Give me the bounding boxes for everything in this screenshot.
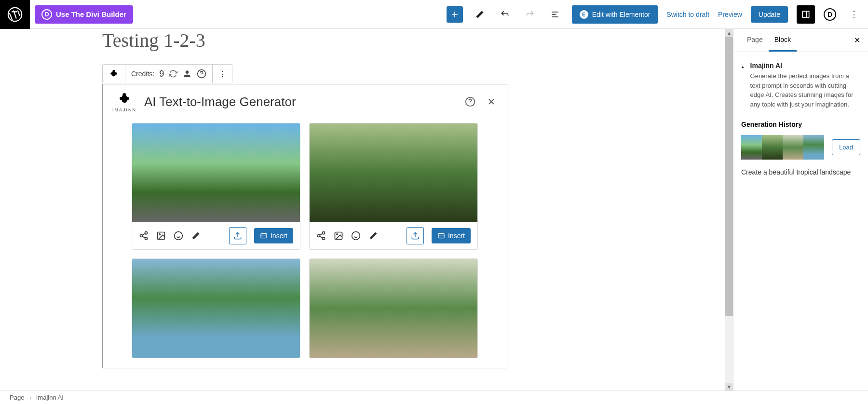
insert-button[interactable]: Insert (432, 228, 471, 243)
redo-button[interactable] (522, 6, 538, 23)
insert-label: Insert (448, 232, 465, 240)
svg-point-8 (159, 234, 161, 235)
history-row: Load (741, 135, 860, 160)
block-description: Generate the perfect images from a text … (750, 71, 860, 109)
result-image (310, 123, 477, 222)
svg-rect-10 (261, 233, 267, 238)
history-thumb[interactable] (803, 135, 824, 160)
credits-section: Credits: 9 (125, 65, 213, 83)
block-more-options[interactable]: ⋮ (213, 65, 232, 83)
divi-circle-button[interactable]: D (824, 8, 836, 21)
scrollbar[interactable]: ▲ ▼ (725, 29, 733, 391)
imajinn-brand-text: IMAJINN (112, 108, 136, 112)
breadcrumb-block[interactable]: Imajinn AI (36, 394, 64, 401)
scroll-thumb[interactable] (725, 37, 733, 316)
result-card (309, 258, 478, 358)
result-image (132, 123, 300, 222)
breadcrumb-page[interactable]: Page (10, 394, 24, 401)
undo-button[interactable] (497, 6, 513, 23)
insert-label: Insert (271, 232, 287, 240)
wordpress-logo[interactable] (0, 0, 30, 29)
document-outline-button[interactable] (547, 6, 563, 23)
generator-header: IMAJINN AI Text-to-Image Generator (103, 84, 507, 119)
result-actions: Insert (310, 222, 477, 249)
tab-page[interactable]: Page (741, 29, 769, 52)
svg-point-13 (323, 237, 325, 240)
history-title: Generation History (741, 121, 860, 128)
svg-point-15 (337, 234, 338, 235)
svg-point-5 (140, 235, 143, 237)
svg-rect-1 (802, 11, 809, 17)
preview-link[interactable]: Preview (718, 11, 742, 18)
svg-point-12 (318, 235, 320, 237)
history-thumb[interactable] (741, 135, 762, 160)
tab-block[interactable]: Block (769, 29, 797, 52)
upload-button[interactable] (229, 227, 246, 244)
sidebar-content: Imajinn AI Generate the perfect images f… (733, 52, 868, 186)
upload-button[interactable] (407, 227, 424, 244)
edit-icon[interactable] (368, 231, 378, 241)
divi-builder-button[interactable]: D Use The Divi Builder (35, 5, 133, 24)
result-image (310, 259, 477, 358)
imajinn-logo: IMAJINN (112, 91, 136, 112)
imajinn-block-icon[interactable] (103, 65, 125, 83)
history-thumb[interactable] (783, 135, 803, 160)
result-card: Insert (309, 123, 478, 250)
imajinn-icon (741, 62, 745, 73)
scroll-up-arrow[interactable]: ▲ (725, 29, 733, 37)
edit-icon[interactable] (191, 231, 201, 241)
credits-label: Credits: (131, 70, 154, 78)
credits-value: 9 (159, 69, 164, 79)
face-fix-icon[interactable] (351, 231, 361, 241)
variations-icon[interactable] (156, 231, 166, 241)
svg-point-6 (145, 237, 148, 240)
elementor-button-label: Edit with Elementor (592, 11, 651, 18)
add-block-button[interactable] (447, 6, 463, 23)
main-editor-area: Testing 1-2-3 Credits: 9 ⋮ IMAJINN AI Te… (0, 29, 733, 391)
svg-rect-17 (438, 233, 444, 238)
svg-point-9 (175, 232, 183, 240)
top-controls: E Edit with Elementor Switch to draft Pr… (447, 5, 863, 24)
load-button[interactable]: Load (832, 139, 860, 155)
generator-title: AI Text-to-Image Generator (144, 94, 457, 109)
variations-icon[interactable] (334, 231, 343, 241)
block-name: Imajinn AI (750, 62, 860, 69)
svg-point-4 (145, 232, 148, 234)
result-card (132, 258, 300, 358)
history-prompt: Create a beautiful tropical landscape (741, 168, 860, 176)
help-icon[interactable] (197, 69, 206, 79)
refresh-icon[interactable] (169, 69, 177, 78)
result-card: Insert (132, 123, 300, 250)
generator-block: IMAJINN AI Text-to-Image Generator (102, 84, 507, 368)
page-title[interactable]: Testing 1-2-3 (102, 29, 205, 52)
divi-icon: D (41, 9, 52, 20)
sidebar-tabs: Page Block ✕ (733, 29, 868, 52)
elementor-button[interactable]: E Edit with Elementor (572, 5, 658, 24)
face-fix-icon[interactable] (174, 231, 183, 241)
share-icon[interactable] (139, 231, 149, 241)
insert-button[interactable]: Insert (254, 228, 293, 243)
share-icon[interactable] (316, 231, 326, 241)
more-options-button[interactable]: ⋮ (845, 9, 863, 20)
results-grid: Insert Insert (103, 119, 507, 368)
update-button[interactable]: Update (751, 6, 788, 23)
settings-panel-toggle[interactable] (797, 5, 815, 24)
settings-sidebar: Page Block ✕ Imajinn AI Generate the per… (733, 29, 868, 391)
breadcrumb-separator: › (29, 394, 31, 401)
block-toolbar: Credits: 9 ⋮ (102, 64, 232, 83)
edit-tool-button[interactable] (472, 6, 488, 23)
user-icon[interactable] (182, 69, 192, 79)
generator-help-button[interactable] (464, 96, 476, 108)
result-actions: Insert (132, 222, 300, 249)
history-thumb[interactable] (762, 135, 783, 160)
switch-to-draft-link[interactable]: Switch to draft (666, 11, 709, 18)
svg-point-16 (352, 232, 360, 240)
elementor-icon: E (580, 10, 588, 19)
breadcrumb-footer: Page › Imajinn AI (0, 391, 868, 404)
top-bar: D Use The Divi Builder E Edit with Eleme… (0, 0, 868, 29)
generator-close-button[interactable] (486, 96, 497, 108)
divi-button-label: Use The Divi Builder (56, 10, 126, 18)
scroll-down-arrow[interactable]: ▼ (725, 383, 733, 391)
close-sidebar-button[interactable]: ✕ (854, 36, 860, 45)
svg-point-11 (323, 232, 325, 234)
